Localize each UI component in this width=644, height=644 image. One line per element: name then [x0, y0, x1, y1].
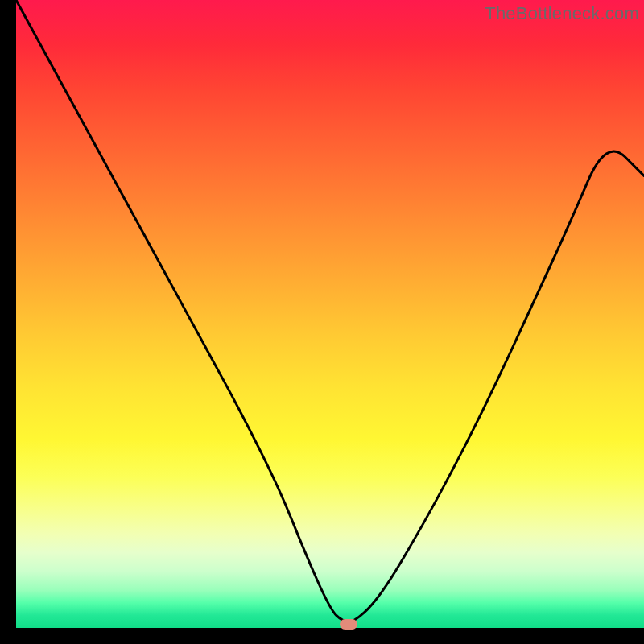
bottleneck-curve-line — [16, 0, 644, 621]
bottleneck-chart: TheBottleneck.com — [0, 0, 644, 644]
optimal-point-marker — [340, 619, 357, 630]
curve-layer — [16, 0, 644, 628]
watermark-text: TheBottleneck.com — [485, 3, 639, 24]
plot-area — [16, 0, 644, 628]
